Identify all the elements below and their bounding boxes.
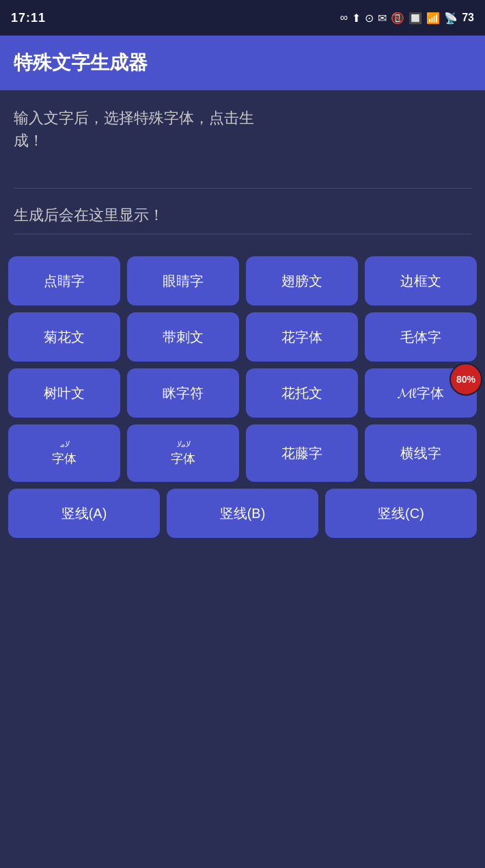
message-icon: ✉ [378, 12, 387, 25]
btn-mao-ti[interactable]: 毛体字 [365, 312, 477, 362]
main-content: 输入文字后，选择特殊字体，点击生 成！ 生成后会在这里显示！ 点睛字 眼睛字 翅… [0, 90, 485, 868]
battery-level: 73 [462, 12, 474, 24]
infinity-icon: ∞ [340, 12, 348, 24]
btn-heng-xian[interactable]: 横线字 [365, 424, 477, 482]
status-time: 17:11 [11, 11, 46, 25]
btn-hua-teng[interactable]: 花藤字 [246, 424, 358, 482]
wifi-icon: 📶 [426, 12, 440, 25]
btn-bian-kuang[interactable]: 边框文 [365, 256, 477, 306]
btn-shu-xian-c[interactable]: 竖线(C) [325, 489, 477, 538]
buttons-row-1: 点睛字 眼睛字 翅膀文 边框文 [0, 256, 485, 306]
btn-arabic-style-a[interactable]: ﻻﻣ 字体 [8, 424, 120, 482]
btn-yan-jing[interactable]: 眼睛字 [127, 256, 239, 306]
app-title: 特殊文字生成器 [14, 50, 148, 76]
arabic-text-a: ﻻﻣ [60, 439, 69, 449]
buttons-row-4: ﻻﻣ 字体 ﻻﻣﻻ 字体 花藤字 横线字 [0, 424, 485, 482]
arabic-label-a: 字体 [52, 450, 77, 467]
signal-icon: 📡 [444, 12, 458, 25]
btn-ju-hua[interactable]: 菊花文 [8, 312, 120, 362]
upload-icon: ⬆ [352, 12, 361, 25]
btn-dai-ci[interactable]: 带刺文 [127, 312, 239, 362]
status-bar: 17:11 ∞ ⬆ ⊙ ✉ 📵 🔲 📶 📡 73 [0, 0, 485, 36]
circle-check-icon: ⊙ [365, 12, 374, 25]
output-display: 生成后会在这里显示！ [14, 200, 471, 234]
text-input[interactable]: 输入文字后，选择特殊字体，点击生 成！ [14, 107, 471, 174]
btn-dian-jing[interactable]: 点睛字 [8, 256, 120, 306]
progress-badge: 80% [449, 363, 482, 396]
btn-hua-zi[interactable]: 花字体 [246, 312, 358, 362]
btn-mei-zi[interactable]: 眯字符 [127, 368, 239, 418]
buttons-row-5: 竖线(A) 竖线(B) 竖线(C) [0, 489, 485, 538]
output-divider [14, 234, 471, 234]
status-icons: ∞ ⬆ ⊙ ✉ 📵 🔲 📶 📡 73 [340, 12, 474, 25]
btn-arabic-style-b[interactable]: ﻻﻣﻻ 字体 [127, 424, 239, 482]
battery-icon: 🔲 [408, 12, 422, 25]
title-bar: 特殊文字生成器 [0, 36, 485, 90]
btn-shu-ye[interactable]: 树叶文 [8, 368, 120, 418]
arabic-text-b: ﻻﻣﻻ [176, 439, 190, 449]
btn-me-zi[interactable]: 𝓜ℓ字体 80% [365, 368, 477, 418]
phone-icon: 📵 [391, 12, 404, 25]
me-zi-label: 𝓜ℓ字体 [398, 384, 443, 403]
output-section: 生成后会在这里显示！ [0, 200, 485, 256]
btn-chi-bang[interactable]: 翅膀文 [246, 256, 358, 306]
btn-shu-xian-a[interactable]: 竖线(A) [8, 489, 160, 538]
buttons-row-3: 树叶文 眯字符 花托文 𝓜ℓ字体 80% [0, 368, 485, 418]
arabic-style-b-content: ﻻﻣﻻ 字体 [171, 439, 195, 467]
buttons-row-2: 菊花文 带刺文 花字体 毛体字 [0, 312, 485, 362]
arabic-style-a-content: ﻻﻣ 字体 [52, 439, 77, 467]
btn-shu-xian-b[interactable]: 竖线(B) [167, 489, 318, 538]
input-divider [14, 188, 471, 189]
btn-hua-tuo[interactable]: 花托文 [246, 368, 358, 418]
input-section: 输入文字后，选择特殊字体，点击生 成！ [0, 90, 485, 189]
arabic-label-b: 字体 [171, 450, 195, 467]
